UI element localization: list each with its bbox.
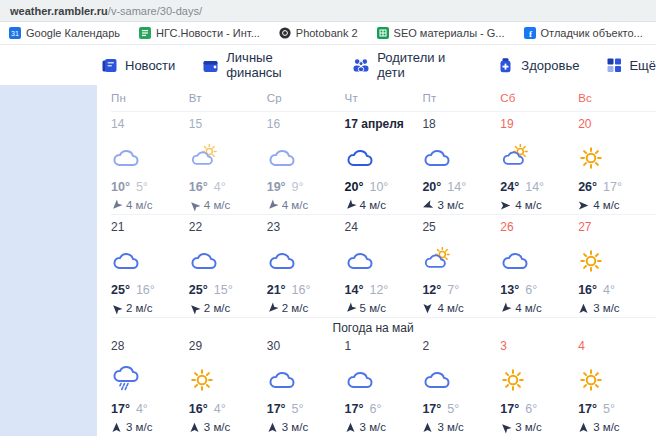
wind-direction-icon	[189, 422, 200, 433]
forecast-day-cell[interactable]: 2026°17°4 м/с	[578, 117, 656, 214]
wind-direction-icon	[111, 303, 122, 314]
night-temperature: 15°	[214, 283, 233, 297]
wind-direction-icon	[422, 303, 433, 314]
temperature-values: 10°5°	[111, 180, 185, 194]
forecast-day-cell[interactable]: 1924°14°4 м/с	[500, 117, 578, 214]
cloud-icon	[267, 139, 341, 171]
nav-item-family[interactable]: Родители и дети	[352, 50, 470, 80]
wind-speed-label: 3 м/с	[282, 421, 308, 433]
temperature-values: 17°5°	[578, 402, 652, 416]
wind-info: 4 м/с	[500, 199, 574, 211]
temperature-values: 12°7°	[422, 283, 496, 297]
forecast-day-cell[interactable]: 2414°12°5 м/с	[345, 220, 423, 317]
nav-item-label: Новости	[125, 58, 175, 73]
forecast-week-row: 1410°5°4 м/с1516°4°4 м/с1619°9°4 м/с17 а…	[111, 112, 656, 215]
bookmark-item[interactable]: НГС.Новости - Инт...	[139, 27, 260, 39]
forecast-day-cell[interactable]: 2225°15°2 м/с	[189, 220, 267, 317]
wind-direction-icon	[111, 200, 122, 211]
night-temperature: 6°	[525, 402, 537, 416]
bookmark-item[interactable]: 31Google Календарь	[9, 27, 120, 39]
forecast-day-cell[interactable]: 3017°5°3 м/с	[267, 339, 345, 433]
forecast-day-cell[interactable]: 2125°16°2 м/с	[111, 220, 189, 317]
day-temperature: 17°	[500, 402, 519, 416]
site-nav: НовостиЛичные финансыРодители и детиЗдор…	[0, 45, 656, 85]
wind-speed-label: 4 м/с	[204, 199, 230, 211]
forecast-day-cell[interactable]: 17 апреля20°10°4 м/с	[345, 117, 423, 214]
sunny-icon	[578, 242, 652, 274]
forecast-day-cell[interactable]: 417°5°3 м/с	[578, 339, 656, 433]
day-temperature: 17°	[422, 402, 441, 416]
forecast-day-cell[interactable]: 2321°16°2 м/с	[267, 220, 345, 317]
sunny-icon	[578, 361, 652, 393]
forecast-day-cell[interactable]: 1820°14°3 м/с	[422, 117, 500, 214]
wind-info: 3 м/с	[578, 302, 652, 314]
cloud-icon	[189, 242, 263, 274]
wind-info: 4 м/с	[267, 199, 341, 211]
temperature-values: 13°6°	[500, 283, 574, 297]
globe-icon	[279, 27, 291, 39]
temperature-values: 16°4°	[578, 283, 652, 297]
wind-info: 3 м/с	[578, 421, 652, 433]
date-label: 17 апреля	[345, 117, 419, 131]
temperature-values: 17°6°	[345, 402, 419, 416]
forecast-day-cell[interactable]: 1410°5°4 м/с	[111, 117, 189, 214]
nav-item-label: Личные финансы	[226, 50, 325, 80]
bookmark-item[interactable]: Photobank 2	[279, 27, 358, 39]
wind-speed-label: 3 м/с	[593, 421, 619, 433]
wind-info: 3 м/с	[422, 199, 496, 211]
grid-icon	[606, 57, 622, 73]
nav-item-health[interactable]: Здоровье	[497, 57, 579, 74]
temperature-values: 21°16°	[267, 283, 341, 297]
nav-item-wallet[interactable]: Личные финансы	[202, 50, 325, 80]
weekday-label: Вс	[578, 92, 656, 104]
month-subheader: Погода на май	[333, 321, 414, 335]
bookmark-label: Google Календарь	[26, 27, 120, 39]
forecast-day-cell[interactable]: 2817°4°3 м/с	[111, 339, 189, 433]
partly-sunny-icon	[189, 139, 263, 171]
wind-direction-icon	[500, 303, 511, 314]
forecast-day-cell[interactable]: 2916°4°3 м/с	[189, 339, 267, 433]
date-label: 25	[422, 220, 496, 234]
wind-direction-icon	[578, 200, 589, 211]
date-label: 20	[578, 117, 652, 131]
bookmark-item[interactable]: SEO материалы - G...	[377, 27, 505, 39]
day-temperature: 13°	[500, 283, 519, 297]
date-label: 19	[500, 117, 574, 131]
temperature-values: 24°14°	[500, 180, 574, 194]
date-label: 28	[111, 339, 185, 353]
url-host: weather.rambler.ru	[10, 5, 108, 17]
nav-item-label: Родители и дети	[377, 50, 470, 80]
night-temperature: 5°	[136, 180, 148, 194]
forecast-day-cell[interactable]: 2512°7°4 м/с	[422, 220, 500, 317]
nav-item-label: Здоровье	[521, 58, 579, 73]
forecast-card: ПнВтСрЧтПтСбВс 1410°5°4 м/с1516°4°4 м/с1…	[97, 85, 656, 436]
forecast-day-cell[interactable]: Погода на май117°6°3 м/с	[345, 339, 423, 433]
night-temperature: 4°	[214, 180, 226, 194]
google-calendar-icon: 31	[9, 27, 21, 39]
bookmark-item[interactable]: fОтладчик объекто...	[524, 27, 643, 39]
wind-info: 4 м/с	[189, 199, 263, 211]
weekday-label: Пт	[422, 92, 500, 104]
forecast-day-cell[interactable]: 1619°9°4 м/с	[267, 117, 345, 214]
night-temperature: 17°	[603, 180, 622, 194]
forecast-day-cell[interactable]: 317°6°3 м/с	[500, 339, 578, 433]
day-temperature: 16°	[578, 283, 597, 297]
wind-info: 2 м/с	[189, 302, 263, 314]
day-temperature: 26°	[578, 180, 597, 194]
nav-item-label: Ещё	[629, 58, 656, 73]
nav-item-grid[interactable]: Ещё	[606, 57, 656, 73]
forecast-day-cell[interactable]: 217°5°3 м/с	[422, 339, 500, 433]
wind-speed-label: 4 м/с	[593, 199, 619, 211]
wind-speed-label: 4 м/с	[515, 199, 541, 211]
wind-speed-label: 5 м/с	[360, 302, 386, 314]
wind-direction-icon	[422, 422, 433, 433]
forecast-day-cell[interactable]: 1516°4°4 м/с	[189, 117, 267, 214]
nav-item-news[interactable]: Новости	[101, 57, 175, 74]
forecast-day-cell[interactable]: 2716°4°3 м/с	[578, 220, 656, 317]
date-label: 15	[189, 117, 263, 131]
cloud-icon	[422, 139, 496, 171]
wind-info: 4 м/с	[500, 302, 574, 314]
address-bar[interactable]: weather.rambler.ru/v-samare/30-days/	[0, 0, 656, 22]
partly-sunny-icon	[500, 139, 574, 171]
forecast-day-cell[interactable]: 2613°6°4 м/с	[500, 220, 578, 317]
